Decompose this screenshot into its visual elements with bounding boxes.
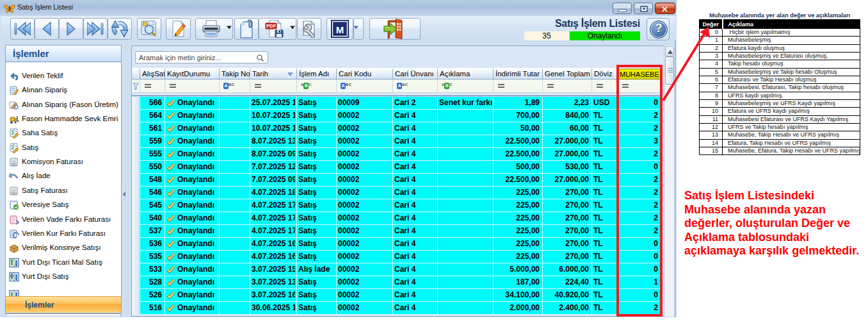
svg-text:M: M <box>336 24 344 35</box>
svg-text:PDF: PDF <box>266 23 276 29</box>
svg-text:01: 01 <box>13 192 15 195</box>
svg-text:01: 01 <box>13 163 15 166</box>
